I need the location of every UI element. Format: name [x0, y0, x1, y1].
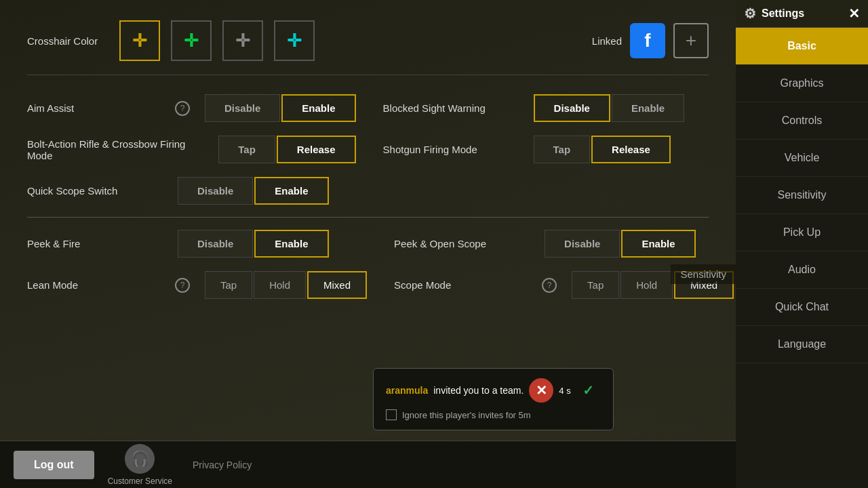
crosshair-sym-2: ✛	[184, 30, 199, 52]
quick-scope-buttons: Disable Enable	[178, 177, 329, 205]
peek-scope-row: Peek & Open Scope Disable Enable	[394, 230, 734, 258]
sidebar-item-pickup[interactable]: Pick Up	[736, 214, 868, 251]
quick-scope-enable-btn[interactable]: Enable	[254, 177, 328, 205]
shotgun-firing-row: Shotgun Firing Mode Tap Release	[383, 136, 709, 163]
privacy-policy-link[interactable]: Privacy Policy	[193, 460, 252, 470]
facebook-button[interactable]: f	[630, 23, 665, 58]
sidebar-title: Settings	[762, 7, 804, 20]
crosshair-label: Crosshair Color	[27, 35, 98, 47]
blocked-sight-enable-btn[interactable]: Enable	[612, 94, 684, 122]
blocked-sight-label: Blocked Sight Warning	[383, 102, 519, 114]
shotgun-firing-label: Shotgun Firing Mode	[383, 144, 519, 155]
aim-assist-row: Aim Assist ? Disable Enable	[27, 94, 356, 122]
shotgun-firing-buttons: Tap Release	[534, 136, 671, 163]
crosshair-left: Crosshair Color ✛ ✛ ✛ ✛	[27, 20, 315, 61]
lean-mode-hold-btn[interactable]: Hold	[254, 271, 306, 299]
sidebar-item-sensitivity[interactable]: Sensitivity	[736, 177, 868, 214]
sidebar-item-vehicle[interactable]: Vehicle	[736, 140, 868, 177]
invite-ignore-row: Ignore this player's invites for 5m	[386, 409, 601, 420]
invite-message-row: aranmula invited you to a team. ✕ 4 s ✓	[386, 378, 601, 403]
peek-fire-buttons: Disable Enable	[178, 230, 329, 258]
blocked-sight-buttons: Disable Enable	[534, 94, 685, 122]
lean-mode-row: Lean Mode ? Tap Hold Mixed	[27, 271, 367, 299]
invite-timer: 4 s	[559, 386, 570, 396]
invite-decline-button[interactable]: ✕	[529, 378, 553, 403]
bolt-action-release-btn[interactable]: Release	[277, 136, 356, 163]
scope-mode-hold-btn[interactable]: Hold	[620, 271, 673, 299]
team-invite-notification: aranmula invited you to a team. ✕ 4 s ✓ …	[373, 368, 614, 430]
aim-assist-enable-btn[interactable]: Enable	[281, 94, 355, 122]
main-content: Crosshair Color ✛ ✛ ✛ ✛ Linked f +	[0, 0, 736, 488]
crosshair-sym-1: ✛	[132, 30, 147, 52]
sidebar-vehicle-label: Vehicle	[785, 152, 820, 163]
customer-service-label: Customer Service	[108, 476, 172, 486]
shotgun-tap-btn[interactable]: Tap	[534, 136, 591, 163]
aim-assist-help-icon[interactable]: ?	[175, 101, 190, 116]
sensitivity-overlay: Sensitivity	[671, 264, 736, 284]
lean-mode-buttons: Tap Hold Mixed	[205, 271, 367, 299]
lean-mode-mixed-btn[interactable]: Mixed	[307, 271, 367, 299]
bolt-action-row: Bolt-Action Rifle & Crossbow Firing Mode…	[27, 136, 356, 163]
crosshair-color-4[interactable]: ✛	[274, 20, 315, 61]
empty-col	[383, 177, 709, 205]
crosshair-right: Linked f +	[592, 23, 709, 58]
bottom-bar: Log out 🎧 Customer Service Privacy Polic…	[0, 441, 736, 488]
bolt-action-buttons: Tap Release	[218, 136, 355, 163]
crosshair-color-2[interactable]: ✛	[171, 20, 212, 61]
shotgun-release-btn[interactable]: Release	[591, 136, 671, 163]
lean-mode-tap-btn[interactable]: Tap	[205, 271, 252, 299]
ignore-checkbox[interactable]	[386, 409, 397, 420]
invite-accept-button[interactable]: ✓	[576, 378, 601, 403]
ignore-label: Ignore this player's invites for 5m	[402, 410, 531, 420]
customer-service-icon: 🎧	[125, 444, 155, 474]
sidebar-item-controls[interactable]: Controls	[736, 102, 868, 140]
blocked-sight-disable-btn[interactable]: Disable	[534, 94, 610, 122]
sidebar-basic-label: Basic	[787, 40, 816, 52]
invite-message: invited you to a team.	[433, 385, 524, 396]
peek-fire-disable-btn[interactable]: Disable	[178, 230, 253, 258]
settings-grid: Aim Assist ? Disable Enable Blocked Sigh…	[27, 94, 709, 205]
peek-fire-enable-btn[interactable]: Enable	[254, 230, 328, 258]
lean-mode-help-icon[interactable]: ?	[175, 278, 190, 293]
sidebar-quickchat-label: Quick Chat	[775, 301, 829, 312]
crosshair-color-1[interactable]: ✛	[119, 20, 160, 61]
scope-mode-tap-btn[interactable]: Tap	[572, 271, 619, 299]
crosshair-color-3[interactable]: ✛	[222, 20, 263, 61]
facebook-icon: f	[644, 30, 650, 52]
quick-scope-label: Quick Scope Switch	[27, 185, 163, 197]
peek-fire-row: Peek & Fire Disable Enable	[27, 230, 367, 258]
invite-name: aranmula	[386, 385, 428, 396]
sidebar-item-basic[interactable]: Basic	[736, 28, 868, 65]
quick-scope-disable-btn[interactable]: Disable	[178, 177, 253, 205]
aim-assist-buttons: Disable Enable	[205, 94, 356, 122]
sidebar-header: ⚙ Settings ✕	[736, 0, 868, 28]
sidebar-item-graphics[interactable]: Graphics	[736, 65, 868, 102]
bolt-action-tap-btn[interactable]: Tap	[218, 136, 275, 163]
sidebar-item-language[interactable]: Language	[736, 326, 868, 363]
linked-label: Linked	[592, 35, 622, 47]
customer-service[interactable]: 🎧 Customer Service	[108, 444, 172, 486]
settings-gear-icon: ⚙	[744, 5, 756, 22]
add-link-button[interactable]: +	[673, 23, 709, 58]
logout-button[interactable]: Log out	[14, 451, 94, 479]
scope-mode-label: Scope Mode	[394, 279, 530, 291]
lean-mode-label: Lean Mode	[27, 279, 163, 291]
bolt-action-label: Bolt-Action Rifle & Crossbow Firing Mode	[27, 138, 203, 161]
divider	[27, 217, 709, 218]
sidebar-audio-label: Audio	[788, 264, 816, 275]
peek-scope-enable-btn[interactable]: Enable	[621, 230, 695, 258]
aim-assist-disable-btn[interactable]: Disable	[205, 94, 280, 122]
aim-assist-label: Aim Assist	[27, 102, 163, 114]
settings-grid-2: Peek & Fire Disable Enable Peek & Open S…	[27, 230, 709, 299]
scope-mode-help-icon[interactable]: ?	[542, 278, 557, 293]
sidebar-item-quickchat[interactable]: Quick Chat	[736, 289, 868, 326]
sidebar-title-group: ⚙ Settings	[744, 5, 804, 22]
sidebar-language-label: Language	[778, 338, 826, 350]
sidebar-pickup-label: Pick Up	[783, 226, 821, 238]
close-icon[interactable]: ✕	[848, 5, 860, 22]
sidebar-graphics-label: Graphics	[780, 77, 823, 89]
sidebar-item-audio[interactable]: Audio	[736, 251, 868, 289]
crosshair-section: Crosshair Color ✛ ✛ ✛ ✛ Linked f +	[27, 20, 709, 75]
peek-scope-disable-btn[interactable]: Disable	[545, 230, 620, 258]
add-icon: +	[686, 30, 696, 52]
